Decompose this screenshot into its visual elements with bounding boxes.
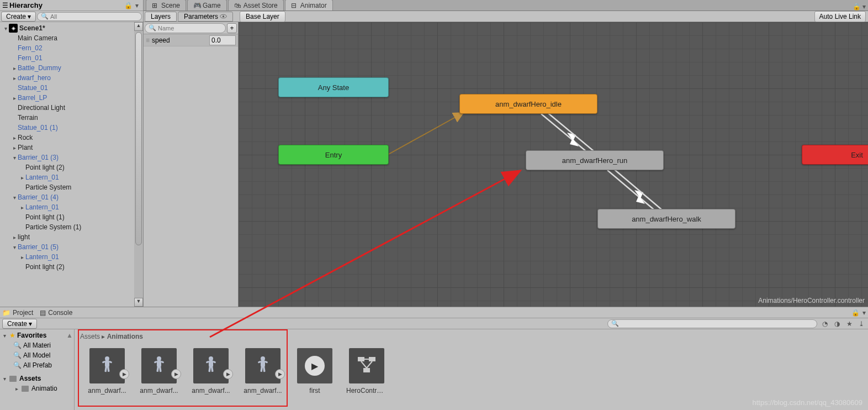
- tree-row[interactable]: ▸Barrel_LP: [0, 93, 134, 103]
- context-menu-icon[interactable]: ▾: [860, 309, 868, 317]
- filter-icon[interactable]: ◔: [821, 319, 829, 328]
- param-value-input[interactable]: [209, 35, 236, 45]
- create-button[interactable]: Create▾: [1, 12, 36, 22]
- tab-layers[interactable]: Layers: [145, 12, 177, 22]
- fold-icon[interactable]: ▸: [11, 75, 18, 81]
- folder-item[interactable]: ▸Animatio: [1, 383, 73, 393]
- hierarchy-search-input[interactable]: [50, 13, 138, 20]
- animator-graph[interactable]: Any State Entry anm_dwarfHero_idle anm_d…: [239, 22, 868, 307]
- scroll-up-icon[interactable]: ▲: [134, 22, 143, 31]
- tree-row[interactable]: ▸Lantern_01: [0, 172, 134, 182]
- tab-console[interactable]: ▤Console: [40, 309, 72, 317]
- tree-row[interactable]: Point light (2): [0, 262, 134, 272]
- asset-item[interactable]: ▶anm_dwarf...: [244, 348, 282, 395]
- tab-parameters[interactable]: Parameters: [178, 12, 233, 22]
- tree-row[interactable]: ▸Lantern_01: [0, 202, 134, 212]
- lock-icon[interactable]: 🔒: [853, 3, 861, 10]
- tab-project[interactable]: 📁Project: [2, 309, 33, 317]
- asset-item[interactable]: ▶anm_dwarf...: [192, 348, 230, 395]
- project-content[interactable]: Assets ▸ Animations ▶anm_dwarf...▶anm_dw…: [75, 329, 868, 410]
- lock-icon[interactable]: 🔒: [124, 2, 132, 9]
- node-entry[interactable]: Entry: [278, 145, 389, 165]
- fold-icon[interactable]: ▸: [11, 65, 18, 71]
- context-menu-icon[interactable]: ▾: [133, 2, 141, 9]
- project-search-input[interactable]: [621, 320, 813, 327]
- auto-live-link-button[interactable]: Auto Live Link: [814, 11, 866, 22]
- tree-row[interactable]: ▾Barrier_01 (5): [0, 242, 134, 252]
- tree-row[interactable]: ▸dwarf_hero: [0, 73, 134, 83]
- save-search-icon[interactable]: ⤓: [857, 319, 866, 328]
- tree-row[interactable]: Main Camera: [0, 33, 134, 43]
- chevron-down-icon[interactable]: ▾: [2, 25, 9, 31]
- tree-row[interactable]: Terrain: [0, 113, 134, 123]
- tree-row[interactable]: ▸Lantern_01: [0, 252, 134, 262]
- drag-icon[interactable]: ≡: [146, 36, 150, 44]
- scene-row[interactable]: ▾ ◈ Scene1*: [0, 23, 134, 33]
- tree-row[interactable]: Statue_01: [0, 83, 134, 93]
- tab-scene[interactable]: ⊞Scene: [146, 0, 186, 10]
- add-param-button[interactable]: +: [227, 23, 237, 33]
- assets-header[interactable]: ▾Assets: [1, 374, 73, 383]
- favorite-item[interactable]: 🔍All Model: [1, 350, 73, 360]
- type-filter-icon[interactable]: ◑: [833, 319, 841, 328]
- favorite-filter-icon[interactable]: ★: [845, 319, 854, 328]
- tree-row[interactable]: Fern_01: [0, 53, 134, 63]
- node-walk[interactable]: anm_dwarfHero_walk: [597, 209, 735, 229]
- node-idle[interactable]: anm_dwarfHero_idle: [459, 94, 597, 114]
- fold-icon[interactable]: ▸: [11, 135, 18, 141]
- tab-asset-store[interactable]: 🛍Asset Store: [228, 0, 284, 10]
- tree-row[interactable]: Point light (1): [0, 212, 134, 222]
- scroll-down-icon[interactable]: ▼: [134, 298, 143, 307]
- hierarchy-title-bar[interactable]: ☰ Hierarchy 🔒 ▾: [0, 0, 143, 11]
- fold-icon[interactable]: ▾: [11, 244, 18, 250]
- project-folders[interactable]: ▾★Favorites▲ 🔍All Materi🔍All Model🔍All P…: [0, 329, 75, 410]
- fold-icon[interactable]: ▸: [11, 145, 18, 151]
- asset-item[interactable]: HeroControl...: [347, 348, 386, 395]
- play-icon[interactable]: ▶: [171, 369, 181, 379]
- scroll-thumb[interactable]: [135, 32, 142, 245]
- tree-row[interactable]: Particle System (1): [0, 222, 134, 232]
- tree-row[interactable]: ▾Barrier_01 (3): [0, 153, 134, 162]
- fold-icon[interactable]: ▾: [11, 195, 18, 201]
- asset-item[interactable]: ▶anm_dwarf...: [88, 348, 126, 395]
- favorites-header[interactable]: ▾★Favorites▲: [1, 330, 73, 340]
- fold-icon[interactable]: ▸: [19, 254, 25, 260]
- tree-row[interactable]: ▸light: [0, 232, 134, 242]
- context-menu-icon[interactable]: ▾: [862, 3, 866, 10]
- tree-row[interactable]: ▸Rock: [0, 133, 134, 143]
- fold-icon[interactable]: ▸: [19, 204, 25, 211]
- favorite-item[interactable]: 🔍All Materi: [1, 340, 73, 350]
- favorite-item[interactable]: 🔍All Prefab: [1, 360, 73, 370]
- project-create-button[interactable]: Create▾: [2, 319, 37, 329]
- node-any-state[interactable]: Any State: [278, 77, 389, 97]
- lock-icon[interactable]: 🔒: [851, 309, 859, 317]
- tab-game[interactable]: 🎮Game: [187, 0, 227, 10]
- hierarchy-search[interactable]: 🔍: [37, 12, 142, 21]
- play-icon[interactable]: ▶: [275, 369, 285, 379]
- hierarchy-tree[interactable]: ▾ ◈ Scene1* Main CameraFern_02Fern_01▸Ba…: [0, 22, 134, 307]
- project-breadcrumb[interactable]: Assets ▸ Animations: [77, 332, 866, 340]
- param-row-speed[interactable]: ≡ speed: [144, 34, 238, 46]
- animator-breadcrumb[interactable]: Base Layer: [240, 11, 285, 22]
- tree-row[interactable]: Statue_01 (1): [0, 123, 134, 133]
- tab-animator[interactable]: ⊟Animator: [285, 0, 333, 10]
- fold-icon[interactable]: ▸: [11, 234, 18, 240]
- asset-item[interactable]: ▶first: [295, 348, 334, 395]
- node-exit[interactable]: Exit: [802, 145, 868, 165]
- fold-icon[interactable]: ▾: [11, 155, 18, 161]
- asset-item[interactable]: ▶anm_dwarf...: [140, 348, 178, 395]
- tree-row[interactable]: Directional Light: [0, 103, 134, 113]
- tree-row[interactable]: ▸Plant: [0, 143, 134, 153]
- tree-row[interactable]: ▾Barrier_01 (4): [0, 192, 134, 202]
- breadcrumb-layer[interactable]: Base Layer: [240, 11, 285, 22]
- hierarchy-scrollbar[interactable]: ▲ ▼: [134, 22, 143, 307]
- fold-icon[interactable]: ▸: [19, 175, 25, 181]
- tree-row[interactable]: Particle System: [0, 182, 134, 192]
- tree-row[interactable]: Fern_02: [0, 43, 134, 53]
- param-search[interactable]: 🔍: [145, 23, 226, 33]
- param-search-input[interactable]: [158, 25, 222, 31]
- fold-icon[interactable]: ▸: [11, 95, 18, 101]
- play-icon[interactable]: ▶: [119, 369, 129, 379]
- tree-row[interactable]: ▸Battle_Dummy: [0, 63, 134, 73]
- play-icon[interactable]: ▶: [223, 369, 233, 379]
